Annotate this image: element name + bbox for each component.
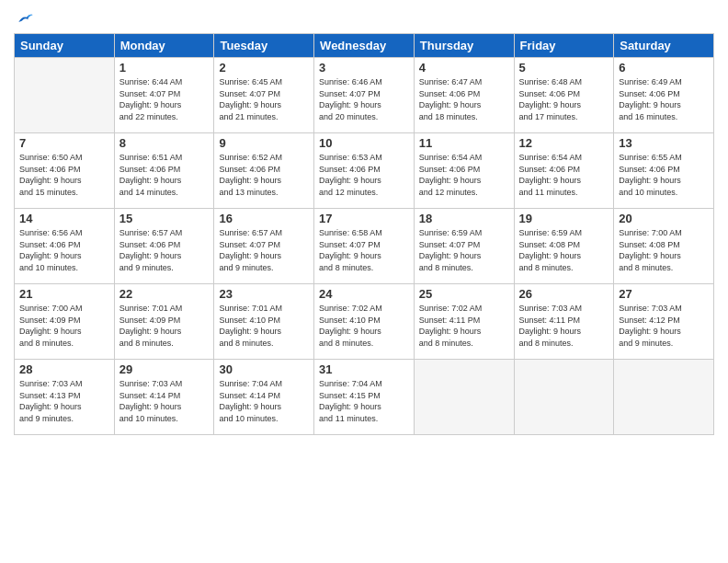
day-info: Sunrise: 6:44 AM Sunset: 4:07 PM Dayligh…: [119, 76, 210, 122]
day-info: Sunrise: 6:47 AM Sunset: 4:06 PM Dayligh…: [419, 76, 509, 122]
day-number: 31: [319, 362, 409, 376]
calendar-cell: 25Sunrise: 7:02 AM Sunset: 4:11 PM Dayli…: [414, 284, 514, 360]
logo-bird-icon: [16, 9, 34, 28]
day-number: 28: [19, 362, 109, 376]
calendar-cell: 9Sunrise: 6:52 AM Sunset: 4:06 PM Daylig…: [214, 133, 314, 209]
day-number: 22: [119, 287, 210, 301]
day-info: Sunrise: 6:51 AM Sunset: 4:06 PM Dayligh…: [119, 152, 210, 198]
day-info: Sunrise: 6:57 AM Sunset: 4:07 PM Dayligh…: [219, 227, 309, 273]
calendar-cell: 21Sunrise: 7:00 AM Sunset: 4:09 PM Dayli…: [15, 284, 115, 360]
day-info: Sunrise: 6:50 AM Sunset: 4:06 PM Dayligh…: [19, 152, 109, 198]
day-info: Sunrise: 6:45 AM Sunset: 4:07 PM Dayligh…: [219, 76, 309, 122]
day-number: 17: [319, 212, 409, 225]
calendar-cell: 13Sunrise: 6:55 AM Sunset: 4:06 PM Dayli…: [614, 133, 714, 209]
calendar-cell: 12Sunrise: 6:54 AM Sunset: 4:06 PM Dayli…: [514, 133, 614, 209]
calendar-cell: 16Sunrise: 6:57 AM Sunset: 4:07 PM Dayli…: [214, 209, 314, 284]
day-number: 7: [19, 136, 109, 150]
day-info: Sunrise: 7:02 AM Sunset: 4:11 PM Dayligh…: [419, 303, 509, 349]
day-info: Sunrise: 6:53 AM Sunset: 4:06 PM Dayligh…: [319, 152, 409, 198]
calendar-cell: 26Sunrise: 7:03 AM Sunset: 4:11 PM Dayli…: [514, 284, 614, 360]
day-number: 23: [219, 287, 309, 301]
calendar-cell: 18Sunrise: 6:59 AM Sunset: 4:07 PM Dayli…: [414, 209, 514, 284]
calendar-cell: 2Sunrise: 6:45 AM Sunset: 4:07 PM Daylig…: [214, 58, 314, 133]
calendar-cell: 30Sunrise: 7:04 AM Sunset: 4:14 PM Dayli…: [214, 360, 314, 435]
week-row-5: 28Sunrise: 7:03 AM Sunset: 4:13 PM Dayli…: [15, 360, 714, 435]
calendar-cell: 17Sunrise: 6:58 AM Sunset: 4:07 PM Dayli…: [314, 209, 415, 284]
calendar-cell: 15Sunrise: 6:57 AM Sunset: 4:06 PM Dayli…: [114, 209, 214, 284]
day-number: 10: [319, 136, 409, 150]
calendar-cell: [15, 58, 115, 133]
day-number: 21: [19, 287, 109, 301]
day-number: 5: [519, 61, 609, 75]
day-number: 24: [319, 287, 409, 301]
calendar-cell: 29Sunrise: 7:03 AM Sunset: 4:14 PM Dayli…: [114, 360, 214, 435]
logo: [14, 9, 34, 26]
calendar-cell: [514, 360, 614, 435]
day-info: Sunrise: 6:46 AM Sunset: 4:07 PM Dayligh…: [319, 76, 409, 122]
weekday-header-wednesday: Wednesday: [314, 34, 415, 58]
day-number: 4: [419, 61, 509, 75]
day-info: Sunrise: 7:03 AM Sunset: 4:11 PM Dayligh…: [519, 303, 609, 349]
day-info: Sunrise: 7:03 AM Sunset: 4:14 PM Dayligh…: [119, 378, 210, 424]
day-number: 3: [319, 61, 409, 75]
week-row-3: 14Sunrise: 6:56 AM Sunset: 4:06 PM Dayli…: [15, 209, 714, 284]
day-info: Sunrise: 6:54 AM Sunset: 4:06 PM Dayligh…: [519, 152, 609, 198]
day-info: Sunrise: 6:59 AM Sunset: 4:07 PM Dayligh…: [419, 227, 509, 273]
day-info: Sunrise: 6:55 AM Sunset: 4:06 PM Dayligh…: [619, 152, 709, 198]
calendar-cell: 31Sunrise: 7:04 AM Sunset: 4:15 PM Dayli…: [314, 360, 415, 435]
calendar-cell: 3Sunrise: 6:46 AM Sunset: 4:07 PM Daylig…: [314, 58, 415, 133]
calendar-cell: 7Sunrise: 6:50 AM Sunset: 4:06 PM Daylig…: [15, 133, 115, 209]
day-number: 12: [519, 136, 609, 150]
week-row-1: 1Sunrise: 6:44 AM Sunset: 4:07 PM Daylig…: [15, 58, 714, 133]
day-info: Sunrise: 7:00 AM Sunset: 4:09 PM Dayligh…: [19, 303, 109, 349]
day-info: Sunrise: 7:04 AM Sunset: 4:15 PM Dayligh…: [319, 378, 409, 424]
calendar-cell: 14Sunrise: 6:56 AM Sunset: 4:06 PM Dayli…: [15, 209, 115, 284]
day-number: 6: [619, 61, 709, 75]
calendar-cell: 19Sunrise: 6:59 AM Sunset: 4:08 PM Dayli…: [514, 209, 614, 284]
day-number: 18: [419, 212, 509, 225]
day-info: Sunrise: 6:59 AM Sunset: 4:08 PM Dayligh…: [519, 227, 609, 273]
day-info: Sunrise: 7:01 AM Sunset: 4:09 PM Dayligh…: [119, 303, 210, 349]
day-info: Sunrise: 7:04 AM Sunset: 4:14 PM Dayligh…: [219, 378, 309, 424]
day-info: Sunrise: 7:01 AM Sunset: 4:10 PM Dayligh…: [219, 303, 309, 349]
page-header: [14, 9, 714, 26]
calendar-cell: 4Sunrise: 6:47 AM Sunset: 4:06 PM Daylig…: [414, 58, 514, 133]
day-info: Sunrise: 7:03 AM Sunset: 4:13 PM Dayligh…: [19, 378, 109, 424]
calendar-table: SundayMondayTuesdayWednesdayThursdayFrid…: [14, 33, 714, 435]
calendar-cell: 6Sunrise: 6:49 AM Sunset: 4:06 PM Daylig…: [614, 58, 714, 133]
day-number: 19: [519, 212, 609, 225]
calendar-cell: 27Sunrise: 7:03 AM Sunset: 4:12 PM Dayli…: [614, 284, 714, 360]
day-number: 29: [119, 362, 210, 376]
day-info: Sunrise: 6:49 AM Sunset: 4:06 PM Dayligh…: [619, 76, 709, 122]
day-number: 30: [219, 362, 309, 376]
day-info: Sunrise: 7:03 AM Sunset: 4:12 PM Dayligh…: [619, 303, 709, 349]
calendar-cell: 8Sunrise: 6:51 AM Sunset: 4:06 PM Daylig…: [114, 133, 214, 209]
day-number: 1: [119, 61, 210, 75]
weekday-header-sunday: Sunday: [15, 34, 115, 58]
page-container: SundayMondayTuesdayWednesdayThursdayFrid…: [0, 0, 728, 563]
calendar-cell: 28Sunrise: 7:03 AM Sunset: 4:13 PM Dayli…: [15, 360, 115, 435]
calendar-cell: 10Sunrise: 6:53 AM Sunset: 4:06 PM Dayli…: [314, 133, 415, 209]
calendar-cell: 23Sunrise: 7:01 AM Sunset: 4:10 PM Dayli…: [214, 284, 314, 360]
day-number: 25: [419, 287, 509, 301]
calendar-cell: 1Sunrise: 6:44 AM Sunset: 4:07 PM Daylig…: [114, 58, 214, 133]
day-info: Sunrise: 7:02 AM Sunset: 4:10 PM Dayligh…: [319, 303, 409, 349]
day-info: Sunrise: 6:57 AM Sunset: 4:06 PM Dayligh…: [119, 227, 210, 273]
calendar-cell: [614, 360, 714, 435]
day-number: 15: [119, 212, 210, 225]
weekday-header-saturday: Saturday: [614, 34, 714, 58]
calendar-cell: 22Sunrise: 7:01 AM Sunset: 4:09 PM Dayli…: [114, 284, 214, 360]
day-info: Sunrise: 6:56 AM Sunset: 4:06 PM Dayligh…: [19, 227, 109, 273]
calendar-cell: 11Sunrise: 6:54 AM Sunset: 4:06 PM Dayli…: [414, 133, 514, 209]
day-number: 8: [119, 136, 210, 150]
day-number: 2: [219, 61, 309, 75]
day-number: 13: [619, 136, 709, 150]
day-number: 9: [219, 136, 309, 150]
day-info: Sunrise: 6:58 AM Sunset: 4:07 PM Dayligh…: [319, 227, 409, 273]
weekday-header-thursday: Thursday: [414, 34, 514, 58]
day-number: 11: [419, 136, 509, 150]
calendar-cell: 5Sunrise: 6:48 AM Sunset: 4:06 PM Daylig…: [514, 58, 614, 133]
weekday-header-tuesday: Tuesday: [214, 34, 314, 58]
calendar-cell: [414, 360, 514, 435]
day-info: Sunrise: 6:48 AM Sunset: 4:06 PM Dayligh…: [519, 76, 609, 122]
